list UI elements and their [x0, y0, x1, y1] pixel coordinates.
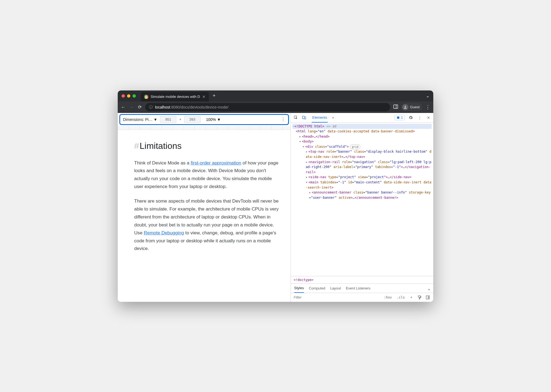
- styles-filter-input[interactable]: [294, 295, 380, 299]
- styles-filter-row: :hov .cls +: [291, 293, 433, 302]
- avatar-icon: [402, 104, 408, 110]
- svg-point-2: [405, 106, 406, 107]
- new-tab-button[interactable]: +: [213, 93, 216, 99]
- page-heading: #Limitations: [134, 141, 280, 151]
- tab-title: Simulate mobile devices with D: [151, 95, 200, 99]
- tab-close-icon[interactable]: ✕: [202, 95, 206, 99]
- site-info-icon[interactable]: ⓘ: [149, 105, 153, 110]
- svg-rect-8: [419, 298, 420, 299]
- hov-toggle[interactable]: :hov: [383, 295, 393, 300]
- tab-computed[interactable]: Computed: [309, 286, 325, 292]
- dom-node[interactable]: ▸<head>…</head>: [293, 134, 432, 139]
- dom-node[interactable]: ▸<top-nav role="banner" class="display-b…: [293, 149, 432, 159]
- url-path: /docs/devtools/device-mode/: [180, 105, 228, 109]
- first-order-link[interactable]: first-order approximation: [191, 160, 241, 166]
- remote-debugging-link[interactable]: Remote Debugging: [144, 230, 184, 235]
- window-minimize[interactable]: [127, 94, 130, 98]
- device-toolbar-menu[interactable]: ⋮: [281, 117, 285, 122]
- dom-node[interactable]: <html lang="en" data-cookies-accepted da…: [293, 129, 432, 134]
- devtools-menu[interactable]: ⋮: [417, 115, 422, 120]
- svg-rect-0: [394, 105, 398, 108]
- chrome-icon: [144, 95, 148, 99]
- chevron-down-icon: ▼: [153, 117, 157, 122]
- dom-node[interactable]: ▾<body>: [293, 139, 432, 144]
- url-host: localhost: [155, 105, 170, 109]
- profile-chip[interactable]: Guest: [401, 103, 422, 111]
- browser-window: Simulate mobile devices with D ✕ + ⌄ ← →…: [118, 90, 433, 302]
- tabs-overflow-icon[interactable]: »: [331, 113, 334, 123]
- svg-rect-4: [302, 116, 304, 119]
- devtools-toolbar: Elements » 1 ⋮ ✕: [291, 113, 433, 123]
- paragraph: There are some aspects of mobile devices…: [134, 197, 280, 253]
- reload-button[interactable]: ⟳: [137, 104, 142, 110]
- times-label: ×: [179, 117, 181, 121]
- dom-tree[interactable]: ⋯<!DOCTYPE html> == $0 <html lang="en" d…: [291, 123, 433, 276]
- panel-icon[interactable]: [393, 104, 398, 110]
- dom-node[interactable]: ▸<announcement-banner class="banner bann…: [293, 190, 432, 200]
- svg-rect-9: [426, 296, 429, 299]
- dom-node[interactable]: ▾<div class="scaffold">grid: [293, 144, 432, 149]
- styles-tabs: Styles Computed Layout Event Listeners »: [291, 284, 433, 293]
- profile-label: Guest: [410, 105, 420, 109]
- device-preview-pane: Dimensions: Pi… ▼ × 100% ▼ ⋮ #Limitation…: [118, 113, 291, 302]
- styles-tabs-overflow-icon[interactable]: »: [428, 287, 430, 291]
- tab-elements[interactable]: Elements: [312, 113, 328, 123]
- new-style-rule-icon[interactable]: +: [409, 295, 414, 300]
- paint-icon[interactable]: [417, 295, 422, 300]
- chevron-down-icon[interactable]: ⌄: [426, 93, 429, 98]
- tab-styles[interactable]: Styles: [294, 286, 304, 293]
- window-close[interactable]: [122, 94, 125, 98]
- chevron-down-icon: ▼: [217, 117, 221, 122]
- page-content: #Limitations Think of Device Mode as a f…: [118, 130, 291, 271]
- devtools-panel: Elements » 1 ⋮ ✕ ⋯<!DOCTYPE html> == $: [291, 113, 433, 302]
- dom-node[interactable]: ▾<main tabindex="-1" id="main-content" d…: [293, 180, 432, 190]
- window-maximize[interactable]: [133, 94, 136, 98]
- ruler: [118, 126, 291, 130]
- navbar: ← → ⟳ ⓘ localhost:8080/docs/devtools/dev…: [118, 101, 433, 113]
- address-bar[interactable]: ⓘ localhost:8080/docs/devtools/device-mo…: [145, 103, 390, 111]
- svg-rect-6: [397, 117, 399, 119]
- computed-panel-icon[interactable]: [425, 295, 431, 300]
- device-toggle-icon[interactable]: [301, 115, 307, 120]
- titlebar: Simulate mobile devices with D ✕ + ⌄: [118, 90, 433, 101]
- tab-layout[interactable]: Layout: [330, 286, 341, 292]
- browser-tab[interactable]: Simulate mobile devices with D ✕: [141, 92, 209, 101]
- svg-rect-5: [304, 117, 306, 119]
- tab-event-listeners[interactable]: Event Listeners: [346, 286, 370, 292]
- traffic-lights: [122, 94, 136, 98]
- height-input[interactable]: [184, 116, 201, 123]
- forward-button[interactable]: →: [129, 105, 134, 110]
- paragraph: Think of Device Mode as a first-order ap…: [134, 159, 280, 191]
- back-button[interactable]: ←: [120, 105, 126, 110]
- issues-chip[interactable]: 1: [395, 115, 405, 120]
- cls-toggle[interactable]: .cls: [396, 295, 406, 300]
- zoom-dropdown[interactable]: 100% ▼: [206, 117, 221, 122]
- devtools-close-icon[interactable]: ✕: [426, 115, 431, 120]
- device-toolbar: Dimensions: Pi… ▼ × 100% ▼ ⋮: [119, 114, 289, 125]
- browser-menu[interactable]: ⋮: [425, 104, 431, 110]
- gear-icon[interactable]: [408, 115, 414, 120]
- dom-node[interactable]: ▸<side-nav type="project" view="project"…: [293, 175, 432, 180]
- dom-node[interactable]: ⋯<!DOCTYPE html> == $0: [293, 124, 432, 129]
- width-input[interactable]: [160, 116, 176, 123]
- svg-rect-7: [418, 296, 420, 297]
- breadcrumb[interactable]: <!doctype>: [291, 276, 433, 284]
- dom-node[interactable]: ▸<navigation-rail role="navigation" clas…: [293, 160, 432, 175]
- dimensions-dropdown[interactable]: Dimensions: Pi… ▼: [123, 117, 157, 122]
- inspect-icon[interactable]: [293, 115, 299, 120]
